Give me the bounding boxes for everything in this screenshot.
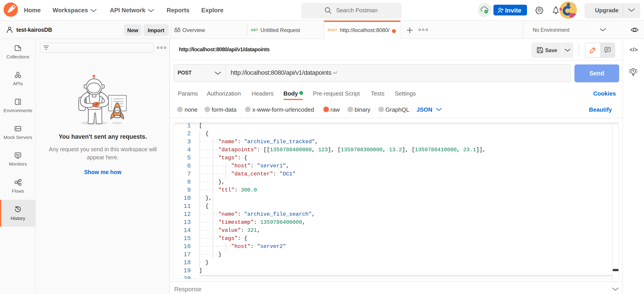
svg-text:</>: </> — [116, 109, 119, 112]
